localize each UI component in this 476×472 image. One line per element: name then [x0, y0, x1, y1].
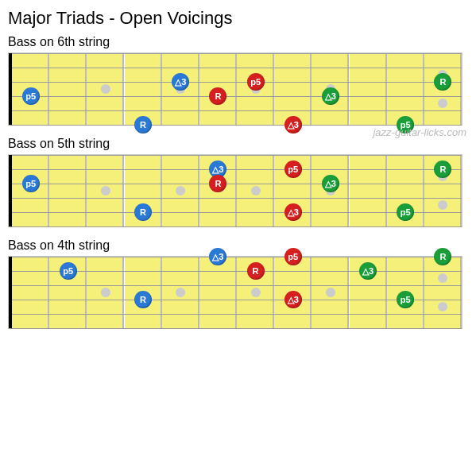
note-dot: R	[247, 262, 265, 280]
note-dot: R	[134, 291, 152, 308]
note-dot: △3	[284, 291, 302, 308]
note-dot: p5	[284, 248, 302, 265]
diagram-subtitle: Bass on 6th string	[8, 35, 468, 49]
note-dot: R	[134, 116, 152, 133]
fret-marker	[101, 288, 110, 297]
fret-marker	[176, 288, 185, 297]
note-dot: p5	[397, 203, 414, 221]
diagrams-container: Bass on 6th stringp5R△3R△3p5△3p5Rjazz-gu…	[8, 35, 468, 329]
fret-marker	[438, 302, 447, 311]
note-dot: △3	[322, 175, 339, 192]
diagram-subtitle: Bass on 5th string	[8, 137, 468, 151]
fretboard: p5R△3R△3p5△3p5R	[8, 256, 468, 329]
fret-marker	[251, 186, 261, 195]
fret-marker	[438, 200, 447, 210]
note-dot: R	[434, 248, 451, 265]
note-dot: △3	[322, 87, 339, 105]
fret-marker	[101, 186, 110, 195]
note-dot: R	[434, 73, 451, 91]
note-dot: p5	[247, 73, 265, 91]
note-dot: R	[209, 175, 226, 192]
fret-marker	[176, 186, 185, 195]
note-dot: p5	[22, 175, 40, 192]
note-dot: p5	[397, 291, 414, 308]
note-dot: R	[434, 161, 451, 178]
note-dot: p5	[22, 87, 40, 105]
page-title: Major Triads - Open Voicings	[8, 8, 468, 29]
fret-marker	[438, 99, 447, 108]
fret-marker	[438, 273, 447, 283]
note-dot: R	[209, 87, 226, 105]
diagram-subtitle: Bass on 4th string	[8, 238, 468, 253]
attribution-text: jazz-guitar-licks.com	[373, 126, 466, 138]
note-dot: △3	[172, 73, 189, 91]
note-dot: p5	[284, 161, 302, 178]
note-dot: R	[134, 203, 152, 221]
fret-marker	[251, 288, 261, 297]
note-dot: △3	[209, 248, 226, 265]
note-dot: △3	[284, 116, 302, 133]
fretboard: p5R△3R△3p5△3p5R	[8, 154, 468, 227]
note-dot: p5	[60, 262, 77, 280]
fret-marker	[101, 84, 110, 94]
note-dot: △3	[359, 262, 377, 280]
fret-marker	[326, 288, 335, 297]
fretboard: p5R△3R△3p5△3p5Rjazz-guitar-licks.com	[8, 52, 468, 126]
note-dot: △3	[284, 203, 302, 221]
